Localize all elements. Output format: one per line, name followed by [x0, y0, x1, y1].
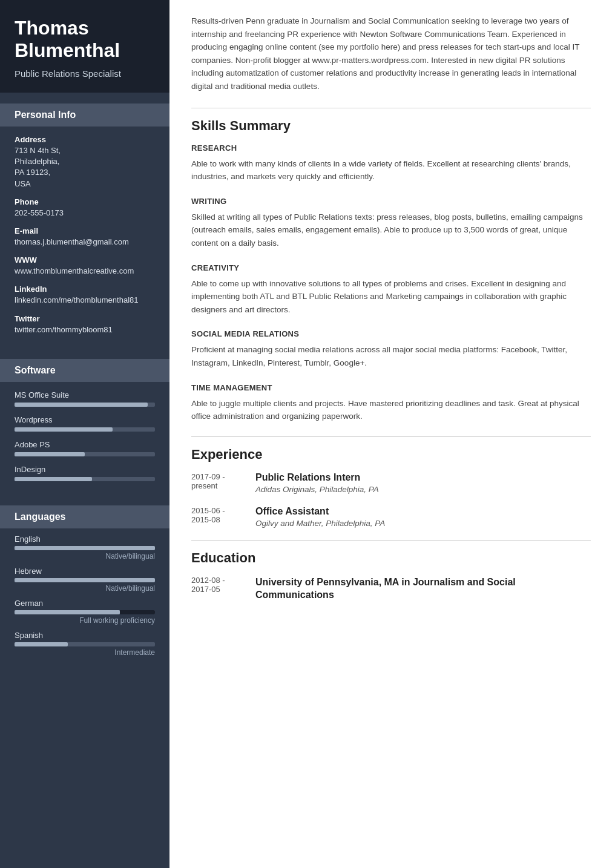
summary-text: Results-driven Penn graduate in Journali…: [191, 15, 591, 93]
language-english-bar: [15, 546, 155, 550]
email-label: E-mail: [15, 226, 155, 235]
language-english-label: English: [15, 534, 155, 544]
www-value: www.thomblumenthalcreative.com: [15, 266, 155, 277]
language-german-level: Full working proficiency: [15, 616, 155, 625]
software-wordpress-bar-container: [15, 427, 155, 432]
www-item: WWW www.thomblumenthalcreative.com: [15, 255, 155, 277]
languages-content: English Native/bilingual Hebrew Native/b…: [0, 528, 169, 668]
exp-office-assistant-details: Office Assistant Ogilvy and Mather, Phil…: [255, 506, 385, 528]
exp-pr-intern-details: Public Relations Intern Adidas Originals…: [255, 472, 379, 494]
languages-header: Languages: [0, 505, 169, 528]
software-indesign-bar: [15, 477, 92, 481]
address-value: 713 N 4th St,Philadelphia,PA 19123,USA: [15, 145, 155, 189]
exp-office-assistant-title: Office Assistant: [255, 506, 385, 517]
language-hebrew-bar: [15, 578, 155, 582]
language-german: German Full working proficiency: [15, 599, 155, 625]
software-wordpress: Wordpress: [15, 415, 155, 432]
personal-info-section: Personal Info Address 713 N 4th St,Phila…: [0, 104, 169, 348]
skill-time-management: TIME MANAGEMENT Able to juggle multiple …: [191, 383, 591, 423]
software-ms-office: MS Office Suite: [15, 390, 155, 407]
software-wordpress-label: Wordpress: [15, 415, 155, 424]
software-indesign-label: InDesign: [15, 465, 155, 474]
twitter-item: Twitter twitter.com/thommybloom81: [15, 314, 155, 335]
edu-upenn-degree: University of Pennsylvania, MA in Journa…: [255, 576, 591, 602]
language-german-bar-container: [15, 610, 155, 614]
software-content: MS Office Suite Wordpress Adobe PS InDes…: [0, 382, 169, 495]
skill-creativity-name: CREATIVITY: [191, 263, 591, 272]
software-wordpress-bar: [15, 427, 113, 432]
www-label: WWW: [15, 255, 155, 265]
language-hebrew-level: Native/bilingual: [15, 584, 155, 593]
address-item: Address 713 N 4th St,Philadelphia,PA 191…: [15, 135, 155, 189]
linkedin-item: LinkedIn linkedin.com/me/thomblumenthal8…: [15, 284, 155, 306]
language-hebrew: Hebrew Native/bilingual: [15, 567, 155, 593]
language-spanish-level: Intermediate: [15, 648, 155, 657]
main-content: Results-driven Penn graduate in Journali…: [169, 0, 615, 868]
language-english: English Native/bilingual: [15, 534, 155, 561]
skill-creativity-desc: Able to come up with innovative solution…: [191, 277, 591, 317]
phone-item: Phone 202-555-0173: [15, 197, 155, 219]
software-indesign-bar-container: [15, 477, 155, 481]
personal-info-content: Address 713 N 4th St,Philadelphia,PA 191…: [0, 127, 169, 348]
phone-value: 202-555-0173: [15, 208, 155, 219]
skill-time-management-name: TIME MANAGEMENT: [191, 383, 591, 392]
twitter-label: Twitter: [15, 314, 155, 323]
language-spanish-bar: [15, 642, 68, 646]
phone-label: Phone: [15, 197, 155, 206]
education-divider: [191, 540, 591, 541]
skill-social-media-desc: Proficient at managing social media rela…: [191, 343, 591, 369]
language-hebrew-label: Hebrew: [15, 567, 155, 576]
linkedin-label: LinkedIn: [15, 284, 155, 294]
language-spanish: Spanish Intermediate: [15, 631, 155, 657]
software-adobe-ps-bar: [15, 452, 85, 456]
software-adobe-ps-bar-container: [15, 452, 155, 456]
software-ms-office-label: MS Office Suite: [15, 390, 155, 399]
skill-time-management-desc: Able to juggle multiple clients and proj…: [191, 397, 591, 423]
twitter-value: twitter.com/thommybloom81: [15, 324, 155, 335]
skill-writing: WRITING Skilled at writing all types of …: [191, 197, 591, 250]
language-spanish-bar-container: [15, 642, 155, 646]
skill-research-desc: Able to work with many kinds of clients …: [191, 157, 591, 183]
education-upenn: 2012-08 -2017-05 University of Pennsylva…: [191, 576, 591, 602]
language-spanish-label: Spanish: [15, 631, 155, 640]
candidate-name: Thomas Blumenthal: [15, 17, 155, 62]
language-german-bar: [15, 610, 120, 614]
exp-office-assistant-company: Ogilvy and Mather, Philadelphia, PA: [255, 519, 385, 528]
exp-pr-intern-date: 2017-09 -present: [191, 472, 246, 494]
skill-creativity: CREATIVITY Able to come up with innovati…: [191, 263, 591, 317]
edu-upenn-details: University of Pennsylvania, MA in Journa…: [255, 576, 591, 602]
skill-writing-desc: Skilled at writing all types of Public R…: [191, 211, 591, 250]
software-ms-office-bar-container: [15, 403, 155, 407]
skill-social-media: SOCIAL MEDIA RELATIONS Proficient at man…: [191, 329, 591, 369]
linkedin-value: linkedin.com/me/thomblumenthal81: [15, 295, 155, 306]
personal-info-header: Personal Info: [0, 104, 169, 127]
language-english-level: Native/bilingual: [15, 552, 155, 561]
language-english-bar-container: [15, 546, 155, 550]
experience-pr-intern: 2017-09 -present Public Relations Intern…: [191, 472, 591, 494]
experience-divider: [191, 436, 591, 437]
exp-pr-intern-title: Public Relations Intern: [255, 472, 379, 483]
software-adobe-ps: Adobe PS: [15, 440, 155, 456]
address-label: Address: [15, 135, 155, 144]
software-ms-office-bar: [15, 403, 148, 407]
languages-section: Languages English Native/bilingual Hebre…: [0, 505, 169, 668]
exp-pr-intern-company: Adidas Originals, Philadelphia, PA: [255, 485, 379, 494]
education-section-title: Education: [191, 550, 591, 566]
sidebar-header: Thomas Blumenthal Public Relations Speci…: [0, 0, 169, 93]
software-indesign: InDesign: [15, 465, 155, 481]
email-item: E-mail thomas.j.blumenthal@gmail.com: [15, 226, 155, 248]
edu-upenn-date: 2012-08 -2017-05: [191, 576, 246, 602]
exp-office-assistant-date: 2015-06 -2015-08: [191, 506, 246, 528]
skill-social-media-name: SOCIAL MEDIA RELATIONS: [191, 329, 591, 338]
skills-divider: [191, 108, 591, 108]
email-value: thomas.j.blumenthal@gmail.com: [15, 237, 155, 248]
language-hebrew-bar-container: [15, 578, 155, 582]
candidate-title: Public Relations Specialist: [15, 68, 155, 80]
software-adobe-ps-label: Adobe PS: [15, 440, 155, 449]
skill-research: RESEARCH Able to work with many kinds of…: [191, 143, 591, 183]
skills-section-title: Skills Summary: [191, 118, 591, 134]
experience-office-assistant: 2015-06 -2015-08 Office Assistant Ogilvy…: [191, 506, 591, 528]
skill-writing-name: WRITING: [191, 197, 591, 206]
software-section: Software MS Office Suite Wordpress Adobe…: [0, 359, 169, 495]
sidebar: Thomas Blumenthal Public Relations Speci…: [0, 0, 169, 868]
